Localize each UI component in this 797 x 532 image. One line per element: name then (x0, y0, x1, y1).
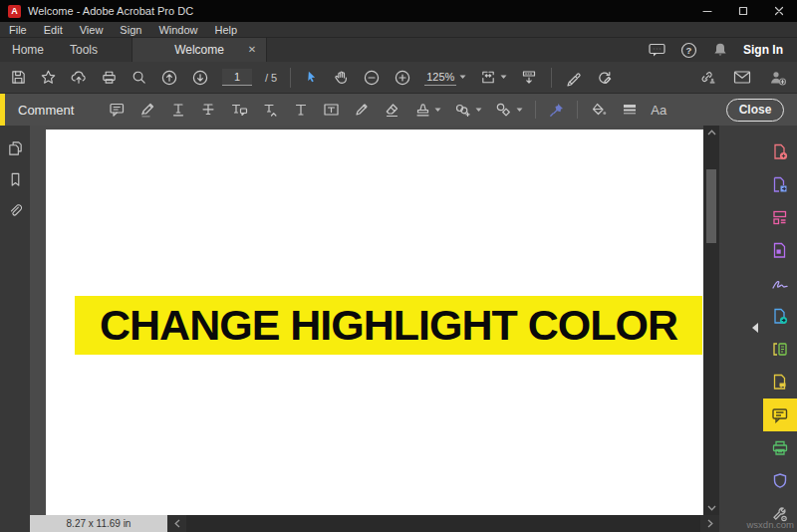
tool-edit-pdf[interactable] (763, 234, 797, 267)
fit-page-dropdown[interactable] (479, 69, 507, 86)
page-number-input[interactable]: 1 (222, 69, 252, 86)
next-page-icon[interactable] (191, 69, 209, 87)
stamp-dropdown[interactable] (413, 101, 441, 119)
zoom-in-icon[interactable] (394, 69, 411, 87)
protect-shield-icon (770, 471, 790, 491)
page-count-label: / 5 (265, 72, 277, 84)
separator (535, 101, 536, 119)
comment-toolbar-title: Comment (18, 103, 74, 118)
close-tab-icon[interactable]: ✕ (248, 44, 256, 55)
add-user-icon[interactable] (768, 69, 787, 87)
pdf-page[interactable]: CHANGE HIGHLIGHT COLOR (46, 130, 703, 515)
chevron-down-icon (434, 108, 441, 113)
underline-text-icon[interactable] (169, 101, 187, 119)
minimize-button[interactable] (689, 0, 725, 22)
print-production-icon (770, 438, 790, 458)
watermark-text: wsxdn.com (746, 519, 794, 530)
attachments-paperclip-icon[interactable] (7, 202, 23, 219)
tool-send-for-review[interactable] (763, 300, 797, 333)
drawing-shapes-dropdown[interactable] (494, 101, 523, 119)
create-pdf-icon (770, 142, 790, 162)
menu-bar: File Edit View Sign Window Help (0, 22, 797, 38)
line-thickness-icon[interactable] (621, 101, 639, 119)
scan-ocr-icon (770, 340, 790, 360)
organize-pages-icon (770, 208, 790, 228)
maximize-button[interactable] (725, 0, 761, 22)
tool-create-pdf[interactable] (763, 135, 797, 168)
search-icon[interactable] (131, 69, 147, 86)
page-scrolling-icon[interactable] (520, 69, 538, 87)
close-comment-button[interactable]: Close (726, 99, 784, 122)
scroll-up-icon[interactable] (703, 126, 719, 139)
svg-text:?: ? (686, 45, 692, 56)
save-icon[interactable] (10, 69, 27, 86)
text-box-icon[interactable] (322, 101, 341, 119)
menu-view[interactable]: View (80, 24, 104, 36)
share-cloud-icon[interactable] (70, 69, 88, 86)
tool-comment-selected[interactable] (763, 399, 797, 431)
main-toolbar: 1 / 5 125% (0, 62, 797, 94)
page-thumbnails-icon[interactable] (7, 139, 24, 157)
tool-export-pdf[interactable] (763, 168, 797, 201)
hand-tool-icon[interactable] (333, 69, 350, 86)
sign-in-button[interactable]: Sign In (743, 43, 783, 57)
scroll-down-icon[interactable] (703, 501, 719, 515)
vertical-scrollbar[interactable] (703, 126, 719, 515)
draw-pencil-icon[interactable] (353, 101, 371, 119)
highlighted-text: CHANGE HIGHLIGHT COLOR (100, 301, 677, 350)
help-icon[interactable]: ? (680, 42, 697, 59)
previous-page-icon[interactable] (160, 69, 178, 87)
replace-text-icon[interactable] (229, 101, 249, 119)
tab-tools[interactable]: Tools (70, 43, 98, 57)
scroll-right-icon[interactable] (700, 515, 719, 532)
tool-fill-sign[interactable] (763, 267, 797, 300)
chevron-down-icon (459, 75, 466, 80)
send-and-track-icon[interactable] (596, 69, 615, 87)
fill-sign-pen-icon[interactable] (565, 69, 583, 87)
tab-home[interactable]: Home (12, 43, 44, 57)
tab-welcome-document[interactable]: Welcome ✕ (132, 38, 267, 62)
select-tool-icon[interactable] (304, 69, 320, 86)
add-text-comment-icon[interactable] (292, 101, 310, 119)
zoom-level-dropdown[interactable]: 125% (424, 70, 466, 86)
strikethrough-text-icon[interactable] (199, 101, 217, 119)
text-properties-button[interactable]: Aa (651, 103, 666, 118)
feedback-bubble-icon[interactable] (649, 43, 665, 58)
notifications-bell-icon[interactable] (712, 42, 728, 58)
insert-text-icon[interactable] (261, 101, 280, 119)
menu-help[interactable]: Help (215, 24, 238, 36)
keep-tool-pin-icon[interactable] (548, 102, 565, 119)
menu-file[interactable]: File (9, 24, 27, 36)
vertical-scroll-thumb[interactable] (706, 169, 716, 243)
tool-scan-ocr[interactable] (763, 333, 797, 366)
scroll-left-icon[interactable] (167, 515, 186, 532)
eraser-icon[interactable] (383, 101, 401, 119)
separator (577, 101, 578, 119)
tool-send-for-comments[interactable] (763, 366, 797, 399)
zoom-out-icon[interactable] (363, 69, 381, 87)
horizontal-scrollbar[interactable]: 8.27 x 11.69 in (30, 515, 719, 532)
send-for-comments-icon (770, 373, 790, 393)
close-window-button[interactable] (761, 0, 797, 22)
tool-protect[interactable] (763, 464, 797, 497)
expand-right-panel-icon[interactable] (752, 323, 758, 333)
tool-organize-pages[interactable] (763, 201, 797, 234)
attachment-dropdown[interactable] (453, 101, 482, 119)
left-navigation-rail (0, 126, 30, 532)
menu-edit[interactable]: Edit (44, 24, 63, 36)
share-link-icon[interactable] (697, 69, 716, 86)
fill-color-icon[interactable] (590, 101, 609, 119)
tab-welcome-label: Welcome (174, 43, 224, 57)
menu-sign[interactable]: Sign (120, 24, 141, 36)
highlight-annotation[interactable]: CHANGE HIGHLIGHT COLOR (75, 296, 702, 355)
print-icon[interactable] (101, 69, 118, 86)
bookmarks-icon[interactable] (8, 171, 23, 188)
menu-window[interactable]: Window (158, 24, 197, 36)
email-icon[interactable] (733, 70, 751, 85)
comment-icon (770, 405, 790, 425)
sticky-note-icon[interactable] (108, 101, 127, 119)
horizontal-scroll-track[interactable] (186, 515, 700, 532)
tool-print-production[interactable] (763, 431, 797, 464)
highlight-text-icon[interactable] (138, 101, 157, 119)
star-favorites-icon[interactable] (40, 69, 57, 86)
